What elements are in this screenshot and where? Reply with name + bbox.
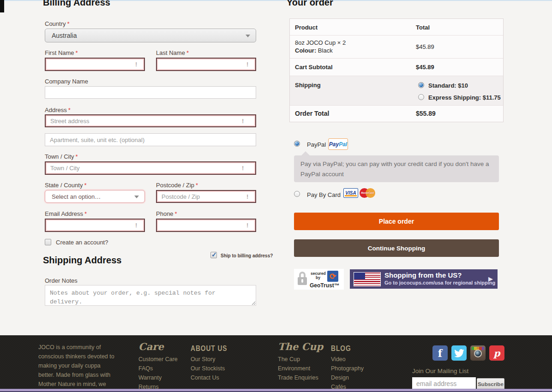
order-notes-textarea[interactable] [45, 285, 256, 306]
footer-link-the-cup[interactable]: The Cup [278, 355, 318, 364]
footer-care-heading: Care [138, 341, 164, 352]
ship-to-billing-label: Ship to billing address? [221, 253, 273, 258]
street-address-field[interactable] [45, 114, 256, 127]
cart-subtotal-label: Cart Subtotal [295, 64, 333, 71]
footer-about-links: Our Story Our Stockists Contact Us [191, 355, 225, 382]
footer-link-warranty[interactable]: Warranty [138, 373, 178, 382]
footer-link-design[interactable]: Design [331, 373, 364, 382]
footer-blog-links: Video Photography Design Cafés [331, 355, 364, 392]
instagram-icon[interactable] [470, 345, 486, 361]
check-icon: ✓ [211, 251, 217, 258]
error-icon: ! [242, 118, 244, 125]
order-total-label: Order Total [295, 110, 329, 117]
error-icon: ! [135, 222, 137, 229]
mastercard-icon: MasterCard [360, 188, 375, 198]
country-label: Country* [45, 20, 70, 27]
pay-by-card-radio[interactable] [294, 191, 300, 197]
create-account-checkbox[interactable] [45, 239, 51, 245]
footer-cup-links: The Cup Environment Trade Enquiries [278, 355, 318, 382]
mailing-list-label: Join Our Mailing List [412, 368, 468, 374]
chevron-down-icon [246, 35, 250, 37]
paypal-label[interactable]: PayPal [307, 141, 326, 148]
shipping-express-label[interactable]: Express Shipping: $11.75 [428, 94, 501, 101]
error-icon: ! [242, 165, 244, 172]
town-city-label: Town / City* [45, 153, 78, 160]
footer-link-environment[interactable]: Environment [278, 364, 318, 373]
item-name: 8oz JOCO Cup × 2 [295, 39, 346, 46]
order-notes-label: Order Notes [45, 277, 78, 284]
banner-subtitle: Go to jococups.com/usa for regional ship… [384, 280, 495, 285]
order-header-row: Product Total [290, 19, 503, 36]
site-footer: JOCO is a community of conscious thinker… [0, 335, 552, 389]
your-order-title: Your order [287, 0, 333, 8]
company-name-label: Company Name [45, 78, 88, 85]
shipping-express-radio[interactable] [418, 94, 424, 100]
phone-label: Phone* [156, 210, 177, 217]
state-value: Select an option… [52, 193, 101, 200]
cart-subtotal-value: $45.89 [416, 64, 434, 71]
last-name-field[interactable] [156, 58, 256, 71]
footer-link-contact-us[interactable]: Contact Us [191, 373, 225, 382]
create-account-label: Create an account? [56, 239, 108, 246]
footer-thecup-heading: The Cup [278, 341, 323, 352]
page-edge-artifact [0, 0, 4, 12]
state-county-label: State / County* [45, 182, 86, 189]
ship-to-billing-checkbox[interactable]: ✓ [210, 252, 217, 258]
country-value: Australia [52, 32, 77, 39]
shipping-label: Shipping [295, 82, 321, 89]
bottom-accent-bar [0, 389, 552, 392]
error-icon: ! [246, 222, 248, 229]
cart-subtotal-row: Cart Subtotal $45.89 [290, 59, 503, 76]
facebook-icon[interactable]: f [432, 345, 448, 361]
paypal-radio[interactable] [294, 141, 300, 147]
arrow-right-icon: ▶ [488, 275, 493, 282]
pay-by-card-label[interactable]: Pay By Card [307, 191, 341, 198]
phone-field[interactable] [156, 219, 256, 232]
footer-link-video[interactable]: Video [331, 355, 364, 364]
email-subscribe-input[interactable] [412, 377, 476, 390]
pinterest-icon[interactable]: p [489, 345, 504, 361]
postcode-field[interactable] [156, 190, 256, 203]
footer-link-our-stockists[interactable]: Our Stockists [191, 364, 225, 373]
total-column-header: Total [416, 24, 430, 31]
us-shipping-banner[interactable]: Shopping from the US? Go to jococups.com… [350, 269, 498, 289]
twitter-icon[interactable] [451, 345, 467, 361]
footer-about-text: JOCO is a community of conscious thinker… [38, 343, 118, 392]
state-select[interactable]: Select an option… [45, 190, 145, 203]
footer-link-customer-care[interactable]: Customer Care [138, 355, 178, 364]
footer-aboutus-heading: ABOUT US [191, 344, 227, 353]
shipping-row: Shipping Standard: $10 Express Shipping:… [290, 76, 503, 106]
paypal-description: Pay via PayPal; you can pay with your cr… [294, 155, 499, 182]
footer-link-our-story[interactable]: Our Story [191, 355, 225, 364]
shipping-standard-radio[interactable] [418, 82, 424, 88]
subscribe-button[interactable]: Subscribe [477, 378, 504, 390]
error-icon: ! [135, 61, 137, 68]
item-total: $45.89 [416, 43, 434, 50]
first-name-field[interactable] [45, 58, 145, 71]
shipping-standard-label[interactable]: Standard: $10 [428, 82, 468, 89]
billing-address-title: Billing Address [43, 0, 110, 8]
company-name-field[interactable] [45, 86, 256, 99]
footer-care-links: Customer Care FAQs Warranty Returns [138, 355, 178, 392]
continue-shopping-button[interactable]: Continue Shopping [294, 239, 499, 257]
footer-link-faqs[interactable]: FAQs [138, 364, 178, 373]
paypal-logo: PayPal [328, 138, 348, 150]
order-item-row: 8oz JOCO Cup × 2 Colour: Black $45.89 [290, 36, 503, 59]
order-total-row: Order Total $55.89 [290, 106, 503, 122]
shipping-address-title: Shipping Address [43, 255, 121, 266]
country-select[interactable]: Australia [45, 29, 256, 42]
secured-by-text: secured by [311, 272, 325, 280]
last-name-label: Last Name* [156, 49, 189, 56]
geotrust-logo-icon: ⟳ [327, 271, 338, 282]
checkout-page: Billing Address Country* Australia First… [0, 0, 552, 392]
footer-link-trade-enquiries[interactable]: Trade Enquiries [278, 373, 318, 382]
product-column-header: Product [295, 24, 318, 31]
email-field[interactable] [45, 219, 145, 232]
error-icon: ! [246, 193, 248, 200]
address-line2-field[interactable] [45, 133, 256, 146]
town-city-field[interactable] [45, 161, 256, 175]
chevron-down-icon [134, 196, 139, 198]
footer-link-photography[interactable]: Photography [331, 364, 364, 373]
place-order-button[interactable]: Place order [294, 213, 499, 230]
postcode-label: Postcode / Zip* [156, 182, 198, 189]
